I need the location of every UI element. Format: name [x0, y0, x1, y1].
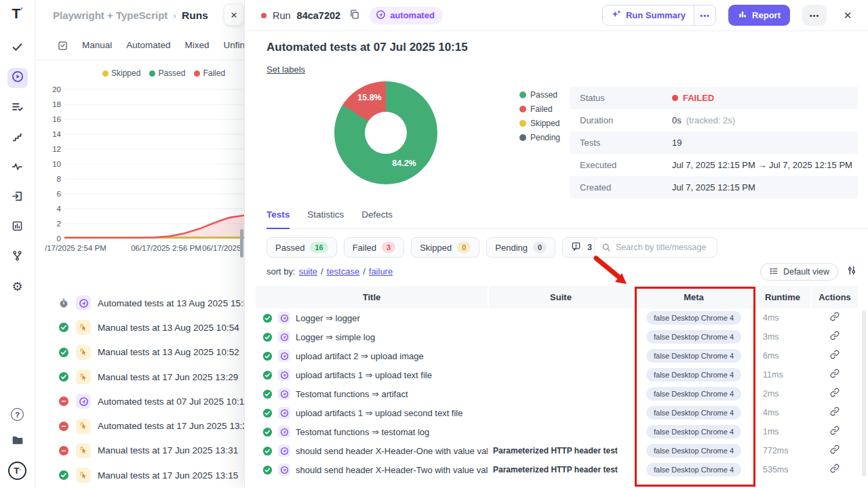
panel-close-button[interactable]: ✕ [840, 9, 856, 22]
link-action-button[interactable] [812, 312, 858, 324]
check-icon [12, 41, 23, 56]
app-logo[interactable]: T' [12, 6, 23, 20]
sidebar-item-import[interactable] [7, 187, 28, 207]
tab-manual[interactable]: Manual [82, 40, 112, 50]
manual-run-icon [76, 468, 91, 483]
tab-unfinished[interactable]: Unfinished [224, 40, 244, 50]
sidebar-item-runs[interactable] [7, 68, 28, 88]
search-field[interactable] [594, 237, 717, 258]
automated-badge[interactable]: automated [370, 7, 443, 24]
sidebar-item-plans[interactable] [7, 98, 28, 118]
runs-page: Playwright + TypeScript › Runs Manual Au… [35, 0, 244, 488]
link-action-button[interactable] [812, 369, 858, 381]
tests-table-header: Title Suite Meta Runtime Actions [256, 286, 858, 308]
link-action-button[interactable] [812, 426, 858, 438]
test-row[interactable]: upload artifact 2 ⇒ upload image false D… [256, 346, 858, 365]
test-runtime: 535ms [755, 465, 810, 474]
summary-row-tests: Tests 19 [570, 131, 858, 154]
test-row[interactable]: should send header X-Header-One with val… [256, 441, 858, 460]
sort-by-suite-link[interactable]: suite [299, 266, 317, 277]
tab-defects[interactable]: Defects [361, 209, 393, 228]
test-row[interactable]: Logger ⇒ simple log false Desktop Chrome… [256, 327, 858, 346]
sort-by-testcase-link[interactable]: testcase [327, 266, 359, 277]
svg-text:18: 18 [52, 100, 61, 108]
column-settings-button[interactable] [846, 265, 857, 279]
link-icon [830, 426, 840, 438]
test-row[interactable]: upload artifacts 1 ⇒ upload second text … [256, 403, 858, 422]
help-button[interactable]: ? [11, 408, 24, 421]
close-icon: ✕ [231, 10, 238, 20]
filter-failed-chip[interactable]: Failed3 [344, 237, 405, 258]
link-action-button[interactable] [812, 388, 858, 400]
sidebar-item-branches[interactable] [7, 247, 28, 267]
link-action-button[interactable] [812, 407, 858, 419]
col-header-runtime[interactable]: Runtime [755, 286, 810, 308]
run-list-item[interactable]: Manual tests at 13 Aug 2025 10:542 [35, 315, 244, 340]
sidebar-item-reports[interactable] [7, 217, 28, 237]
breadcrumb-project[interactable]: Playwright + TypeScript [53, 9, 167, 21]
sidebar-item-pulse[interactable] [7, 157, 28, 178]
drawer-close-button[interactable]: ✕ [224, 5, 243, 25]
filter-skipped-chip[interactable]: Skipped0 [411, 237, 479, 258]
test-row[interactable]: should send header X-Header-Two with val… [256, 460, 858, 479]
passed-status-icon [262, 370, 273, 380]
test-row[interactable]: upload artifacts 1 ⇒ upload text file fa… [256, 365, 858, 384]
projects-button[interactable] [7, 431, 28, 451]
breadcrumb: Playwright + TypeScript › Runs [35, 0, 244, 30]
test-runtime: 4ms [755, 408, 810, 418]
tab-automated[interactable]: Automated [126, 40, 170, 50]
sidebar-item-settings[interactable]: ⚙ [7, 277, 28, 297]
legend-skipped[interactable]: Skipped [102, 68, 140, 78]
tab-statistics[interactable]: Statistics [307, 209, 344, 228]
run-list-item[interactable]: Automated tests at 07 Jul 2025 10:15 [35, 389, 244, 413]
run-summary-button[interactable]: Run Summary ••• [602, 5, 716, 26]
col-header-suite[interactable]: Suite [489, 286, 633, 308]
tab-tests[interactable]: Tests [267, 209, 290, 229]
test-title: Logger ⇒ simple log [296, 332, 375, 342]
col-header-title[interactable]: Title [256, 286, 488, 308]
filter-pending-chip[interactable]: Pending0 [486, 237, 555, 258]
list-view-icon [769, 266, 778, 278]
test-row[interactable]: Testomat functions ⇒ testomat log false … [256, 422, 858, 441]
test-row[interactable]: Testomat functions ⇒ artifact false Desk… [256, 384, 858, 403]
run-list-item[interactable]: Automated tests at 13 Aug 2025 15:53 [35, 291, 244, 315]
close-icon: ✕ [844, 9, 852, 22]
run-list-item[interactable]: Manual tests at 13 Aug 2025 10:52fron [35, 340, 244, 365]
default-view-button[interactable]: Default view [760, 263, 838, 281]
link-action-button[interactable] [812, 350, 858, 362]
link-action-button[interactable] [812, 445, 858, 457]
panel-more-button[interactable]: ••• [802, 5, 827, 26]
automated-icon [278, 445, 290, 457]
legend-failed[interactable]: Failed [194, 68, 225, 78]
sidebar-item-milestones[interactable] [7, 127, 28, 148]
passed-status-icon [262, 465, 273, 475]
run-summary-more-button[interactable]: ••• [694, 5, 715, 25]
sidebar-item-tests[interactable] [7, 38, 28, 58]
test-row[interactable]: Logger ⇒ logger false Desktop Chrome 4 4… [256, 308, 858, 327]
filter-passed-chip[interactable]: Passed16 [267, 237, 337, 258]
run-list-item[interactable]: Manual tests at 17 Jun 2025 13:15from [35, 463, 244, 487]
copy-run-id-button[interactable] [349, 9, 359, 22]
link-action-button[interactable] [812, 331, 858, 343]
svg-text:8: 8 [57, 175, 61, 183]
avatar[interactable]: T' [8, 462, 26, 480]
sort-by-failure-link[interactable]: failure [369, 266, 393, 277]
report-button[interactable]: Report [728, 5, 790, 26]
automated-icon [278, 331, 290, 343]
link-action-button[interactable] [812, 464, 858, 476]
set-labels-link[interactable]: Set labels [267, 64, 305, 75]
failed-dot-icon [519, 106, 526, 113]
col-header-meta[interactable]: Meta [634, 286, 753, 308]
page-scrollbar[interactable] [240, 229, 243, 258]
created-value: Jul 7, 2025 12:15 PM [672, 182, 755, 192]
automated-icon [278, 312, 290, 324]
run-list-item[interactable]: Manual tests at 17 Jun 2025 13:29fron [35, 365, 244, 389]
select-runs-icon[interactable] [57, 40, 68, 51]
search-input[interactable] [616, 243, 710, 252]
run-list-item[interactable]: Manual tests at 17 Jun 2025 13:31from [35, 439, 244, 463]
legend-passed[interactable]: Passed [149, 68, 185, 78]
run-list-item[interactable]: Automated tests at 17 Jun 2025 13:30 [35, 413, 244, 438]
tab-mixed[interactable]: Mixed [185, 40, 210, 50]
col-header-actions[interactable]: Actions [812, 286, 858, 308]
table-scrollbar[interactable] [862, 310, 866, 476]
